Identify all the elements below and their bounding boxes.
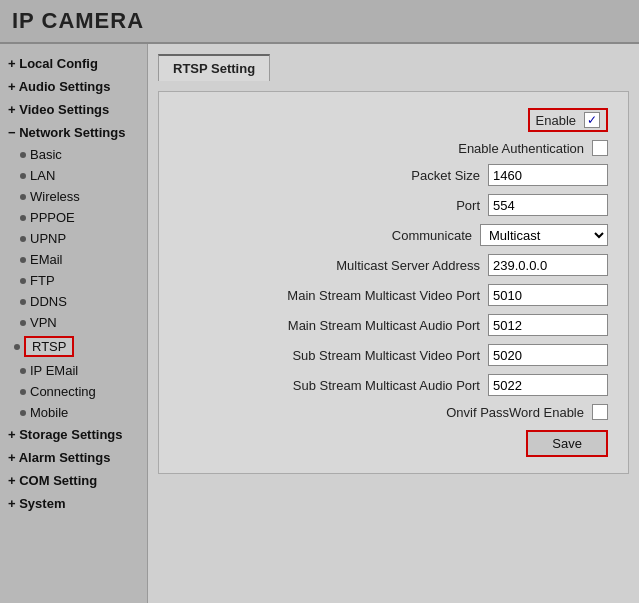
port-input[interactable] <box>488 194 608 216</box>
sub-video-row: Sub Stream Multicast Video Port <box>169 344 608 366</box>
sidebar-group-local-config[interactable]: + Local Config <box>0 52 147 75</box>
sidebar-group-com-setting[interactable]: + COM Setting <box>0 469 147 492</box>
main-audio-label: Main Stream Multicast Audio Port <box>288 318 480 333</box>
bullet-icon <box>20 257 26 263</box>
sidebar-item-basic[interactable]: Basic <box>0 144 147 165</box>
bullet-icon <box>20 173 26 179</box>
communicate-select[interactable]: Multicast Unicast <box>480 224 608 246</box>
sidebar-group-video-settings[interactable]: + Video Settings <box>0 98 147 121</box>
settings-panel: Enable ✓ Enable Authentication Packet Si… <box>158 91 629 474</box>
sub-video-input[interactable] <box>488 344 608 366</box>
sidebar-item-mobile[interactable]: Mobile <box>0 402 147 423</box>
main-audio-input[interactable] <box>488 314 608 336</box>
page-header: IP CAMERA <box>0 0 639 44</box>
main-audio-row: Main Stream Multicast Audio Port <box>169 314 608 336</box>
multicast-server-label: Multicast Server Address <box>336 258 480 273</box>
sidebar-item-connecting[interactable]: Connecting <box>0 381 147 402</box>
bullet-icon <box>20 320 26 326</box>
communicate-label: Communicate <box>392 228 472 243</box>
bullet-icon <box>20 410 26 416</box>
onvif-checkbox[interactable] <box>592 404 608 420</box>
sub-video-label: Sub Stream Multicast Video Port <box>292 348 480 363</box>
tab-bar: RTSP Setting <box>158 54 629 81</box>
sidebar-item-email[interactable]: EMail <box>0 249 147 270</box>
sidebar-item-rtsp[interactable]: RTSP <box>0 333 147 360</box>
sidebar-item-ddns[interactable]: DDNS <box>0 291 147 312</box>
enable-auth-checkbox[interactable] <box>592 140 608 156</box>
enable-label-box: Enable ✓ <box>528 108 608 132</box>
enable-auth-row: Enable Authentication <box>169 140 608 156</box>
tab-rtsp-setting[interactable]: RTSP Setting <box>158 54 270 81</box>
sidebar-group-alarm-settings[interactable]: + Alarm Settings <box>0 446 147 469</box>
sidebar-item-ip-email[interactable]: IP EMail <box>0 360 147 381</box>
port-row: Port <box>169 194 608 216</box>
sidebar-group-system[interactable]: + System <box>0 492 147 515</box>
onvif-row: Onvif PassWord Enable <box>169 404 608 420</box>
packet-size-row: Packet Size <box>169 164 608 186</box>
content-area: RTSP Setting Enable ✓ Enable Authenticat… <box>148 44 639 603</box>
enable-row: Enable ✓ <box>169 108 608 132</box>
bullet-icon <box>20 278 26 284</box>
sidebar-item-ftp[interactable]: FTP <box>0 270 147 291</box>
enable-label: Enable <box>536 113 576 128</box>
bullet-icon <box>20 368 26 374</box>
enable-checkbox[interactable]: ✓ <box>584 112 600 128</box>
bullet-icon <box>20 299 26 305</box>
sidebar-item-wireless[interactable]: Wireless <box>0 186 147 207</box>
bullet-icon <box>20 389 26 395</box>
communicate-row: Communicate Multicast Unicast <box>169 224 608 246</box>
sidebar-item-vpn[interactable]: VPN <box>0 312 147 333</box>
save-row: Save <box>169 430 608 457</box>
sidebar-group-storage-settings[interactable]: + Storage Settings <box>0 423 147 446</box>
sidebar-item-upnp[interactable]: UPNP <box>0 228 147 249</box>
bullet-icon <box>20 152 26 158</box>
sidebar-item-lan[interactable]: LAN <box>0 165 147 186</box>
sub-audio-row: Sub Stream Multicast Audio Port <box>169 374 608 396</box>
packet-size-label: Packet Size <box>411 168 480 183</box>
sidebar-group-audio-settings[interactable]: + Audio Settings <box>0 75 147 98</box>
bullet-icon <box>20 194 26 200</box>
enable-auth-label: Enable Authentication <box>458 141 584 156</box>
sidebar: + Local Config + Audio Settings + Video … <box>0 44 148 603</box>
bullet-icon <box>14 344 20 350</box>
main-video-row: Main Stream Multicast Video Port <box>169 284 608 306</box>
packet-size-input[interactable] <box>488 164 608 186</box>
rtsp-label: RTSP <box>24 336 74 357</box>
sub-audio-label: Sub Stream Multicast Audio Port <box>293 378 480 393</box>
sub-audio-input[interactable] <box>488 374 608 396</box>
multicast-server-row: Multicast Server Address <box>169 254 608 276</box>
main-video-label: Main Stream Multicast Video Port <box>287 288 480 303</box>
onvif-label: Onvif PassWord Enable <box>446 405 584 420</box>
save-button[interactable]: Save <box>526 430 608 457</box>
page-title: IP CAMERA <box>12 8 627 34</box>
port-label: Port <box>456 198 480 213</box>
bullet-icon <box>20 215 26 221</box>
bullet-icon <box>20 236 26 242</box>
sidebar-item-pppoe[interactable]: PPPOE <box>0 207 147 228</box>
multicast-server-input[interactable] <box>488 254 608 276</box>
main-layout: + Local Config + Audio Settings + Video … <box>0 44 639 603</box>
sidebar-group-network-settings[interactable]: − Network Settings <box>0 121 147 144</box>
main-video-input[interactable] <box>488 284 608 306</box>
